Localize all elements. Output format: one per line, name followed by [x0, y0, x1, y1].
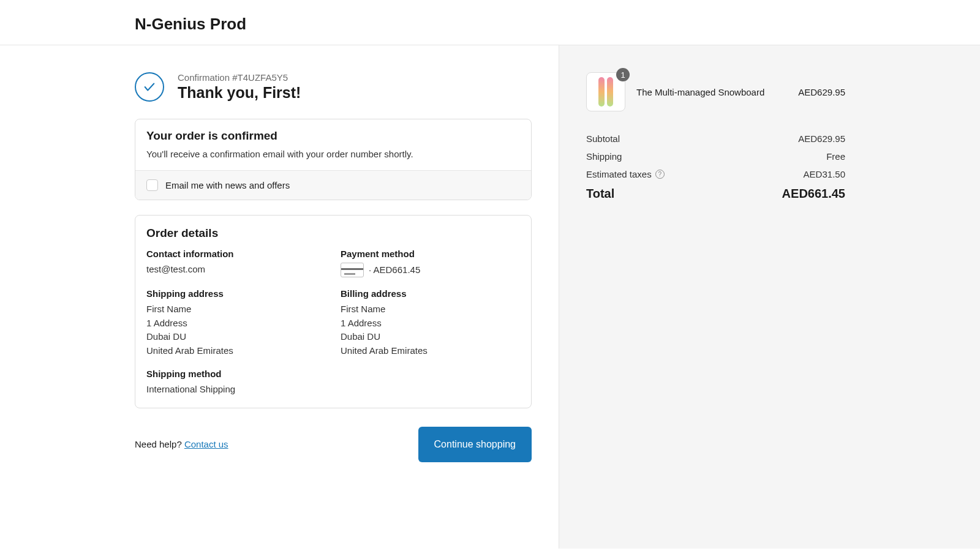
quantity-badge: 1 [616, 68, 630, 81]
order-summary-panel: 1 The Multi-managed Snowboard AED629.95 … [559, 45, 980, 549]
total-value: AED661.45 [782, 187, 845, 201]
order-confirmed-card: Your order is confirmed You'll receive a… [135, 119, 532, 200]
total-row: Total AED661.45 [586, 187, 845, 201]
contact-label: Contact information [146, 249, 326, 259]
checkmark-icon [135, 72, 164, 102]
billing-address-label: Billing address [341, 288, 520, 299]
shipping-address-block: Shipping address First Name 1 Address Du… [146, 288, 326, 358]
product-thumbnail: 1 [586, 72, 625, 111]
ship-line1: First Name [146, 302, 326, 317]
thankyou-heading: Thank you, First! [178, 84, 301, 102]
product-price: AED629.95 [798, 87, 845, 97]
ship-line4: United Arab Emirates [146, 344, 326, 358]
ship-line2: 1 Address [146, 317, 326, 331]
subtotal-value: AED629.95 [798, 133, 845, 144]
contact-block: Contact information test@test.com [146, 249, 326, 277]
page-header: N-Genius Prod [0, 0, 980, 45]
subscribe-checkbox[interactable] [146, 179, 158, 191]
taxes-label: Estimated taxes [586, 169, 652, 179]
subtotal-label: Subtotal [586, 133, 620, 144]
thankyou-header: Confirmation #T4UZFA5Y5 Thank you, First… [135, 72, 532, 102]
taxes-value: AED31.50 [804, 169, 845, 179]
info-icon[interactable]: ? [655, 170, 665, 179]
shipping-method-label: Shipping method [146, 369, 326, 379]
store-name: N-Genius Prod [135, 15, 845, 34]
payment-block: Payment method · AED661.45 [341, 249, 520, 277]
bill-line1: First Name [341, 302, 520, 317]
payment-amount: · AED661.45 [369, 263, 420, 277]
payment-label: Payment method [341, 249, 520, 259]
product-row: 1 The Multi-managed Snowboard AED629.95 [586, 72, 845, 111]
total-label: Total [586, 187, 614, 201]
shipping-address-label: Shipping address [146, 288, 326, 299]
help-prefix: Need help? [135, 439, 184, 449]
subtotal-row: Subtotal AED629.95 [586, 133, 845, 144]
main-layout: Confirmation #T4UZFA5Y5 Thank you, First… [0, 45, 980, 549]
product-name: The Multi-managed Snowboard [636, 87, 787, 97]
billing-address-block: Billing address First Name 1 Address Dub… [341, 288, 520, 358]
footer-row: Need help? Contact us Continue shopping [135, 427, 532, 462]
taxes-row: Estimated taxes ? AED31.50 [586, 169, 845, 179]
credit-card-icon [341, 263, 364, 277]
continue-shopping-button[interactable]: Continue shopping [418, 427, 532, 462]
confirmed-text: You'll receive a confirmation email with… [146, 149, 520, 159]
confirmation-number: Confirmation #T4UZFA5Y5 [178, 72, 301, 83]
order-details-title: Order details [146, 227, 520, 240]
contact-email: test@test.com [146, 263, 326, 277]
subscribe-label: Email me with news and offers [165, 180, 290, 190]
contact-us-link[interactable]: Contact us [184, 439, 228, 449]
bill-line2: 1 Address [341, 317, 520, 331]
ship-line3: Dubai DU [146, 330, 326, 344]
confirmed-title: Your order is confirmed [146, 129, 520, 143]
shipping-method: International Shipping [146, 383, 326, 397]
shipping-label: Shipping [586, 151, 622, 162]
shipping-value: Free [826, 151, 845, 162]
help-text: Need help? Contact us [135, 439, 228, 449]
left-panel: Confirmation #T4UZFA5Y5 Thank you, First… [0, 45, 559, 549]
shipping-method-block: Shipping method International Shipping [146, 369, 326, 397]
bill-line3: Dubai DU [341, 330, 520, 344]
shipping-row: Shipping Free [586, 151, 845, 162]
bill-line4: United Arab Emirates [341, 344, 520, 358]
order-details-card: Order details Contact information test@t… [135, 215, 532, 408]
